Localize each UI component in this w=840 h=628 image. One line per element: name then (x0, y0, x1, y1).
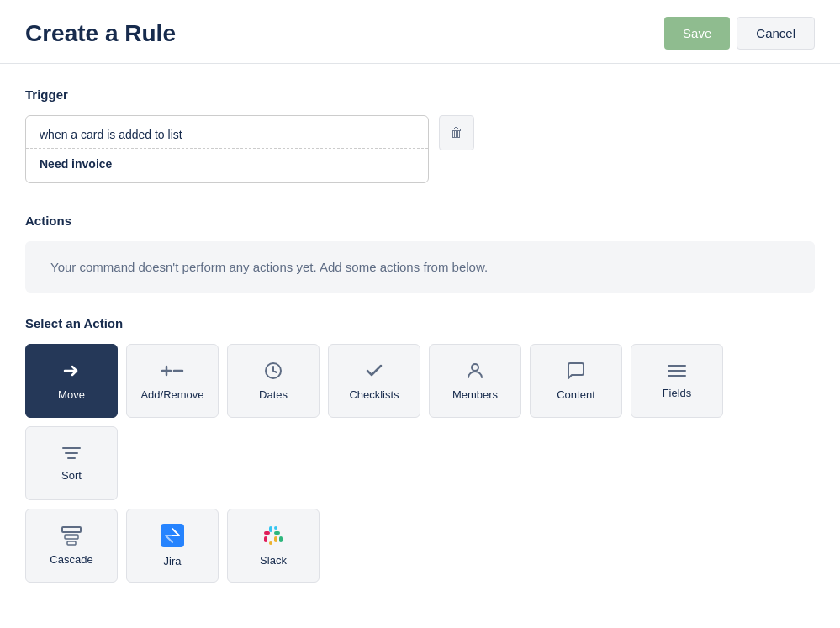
action-grid-row-2: Cascade (25, 509, 815, 583)
trigger-section: Trigger when a card is added to list Nee… (25, 87, 815, 190)
svg-rect-19 (274, 526, 277, 530)
page-title: Create a Rule (25, 20, 176, 47)
action-btn-add-remove[interactable]: Add/Remove (126, 344, 219, 418)
svg-rect-16 (264, 531, 270, 535)
jira-label: Jira (164, 555, 182, 567)
trigger-input-text[interactable]: when a card is added to list (26, 116, 428, 149)
select-action-label: Select an Action (25, 316, 815, 330)
svg-rect-18 (269, 526, 272, 532)
trigger-label: Trigger (25, 87, 815, 102)
move-label: Move (58, 388, 85, 401)
action-btn-cascade[interactable]: Cascade (25, 509, 118, 583)
fields-icon (667, 362, 687, 382)
save-button[interactable]: Save (664, 17, 730, 50)
dates-icon (263, 361, 283, 383)
page-header: Create a Rule Save Cancel (0, 0, 840, 64)
action-btn-content[interactable]: Content (530, 344, 622, 418)
content-area: Trigger when a card is added to list Nee… (0, 64, 840, 615)
actions-placeholder: Your command doesn't perform any actions… (25, 241, 815, 293)
slack-label: Slack (260, 554, 287, 567)
action-btn-checklists[interactable]: Checklists (328, 344, 420, 418)
checklists-icon (364, 361, 384, 383)
action-btn-members[interactable]: Members (429, 344, 521, 418)
cascade-label: Cascade (50, 553, 92, 566)
fields-label: Fields (663, 387, 692, 399)
trigger-row-outer: when a card is added to list Need invoic… (25, 115, 815, 190)
actions-section: Actions Your command doesn't perform any… (25, 214, 815, 293)
svg-rect-22 (269, 541, 272, 545)
content-icon (566, 361, 586, 383)
content-label: Content (557, 388, 595, 401)
action-btn-jira[interactable]: Jira (126, 509, 219, 583)
cancel-button[interactable]: Cancel (737, 17, 815, 50)
svg-rect-21 (279, 536, 283, 542)
action-btn-dates[interactable]: Dates (227, 344, 320, 418)
svg-rect-12 (62, 527, 81, 532)
trash-icon: 🗑 (450, 125, 463, 140)
trigger-list-value[interactable]: Need invoice (26, 149, 428, 182)
action-btn-slack[interactable]: Slack (227, 509, 320, 583)
action-btn-sort[interactable]: Sort (25, 426, 118, 500)
move-icon (61, 361, 82, 383)
action-grid-row-1: Move Add/Remove (25, 344, 815, 500)
sort-icon (61, 445, 82, 464)
jira-icon (161, 524, 184, 550)
svg-rect-20 (274, 531, 280, 535)
checklists-label: Checklists (349, 388, 399, 401)
delete-trigger-button[interactable]: 🗑 (439, 115, 474, 150)
header-buttons: Save Cancel (664, 17, 815, 50)
trigger-box: when a card is added to list Need invoic… (25, 115, 429, 183)
select-action-section: Select an Action Move (25, 316, 815, 583)
actions-label: Actions (25, 214, 815, 228)
sort-label: Sort (61, 469, 82, 482)
slack-icon (262, 525, 284, 549)
svg-rect-13 (65, 535, 78, 539)
dates-label: Dates (259, 388, 288, 401)
action-btn-move[interactable]: Move (25, 344, 118, 418)
svg-rect-23 (274, 536, 277, 542)
add-remove-label: Add/Remove (140, 388, 203, 401)
members-icon (465, 361, 485, 383)
cascade-icon (61, 525, 82, 548)
action-btn-fields[interactable]: Fields (631, 344, 723, 418)
members-label: Members (452, 388, 498, 401)
svg-point-5 (472, 364, 478, 371)
svg-rect-14 (67, 541, 76, 545)
add-remove-icon (161, 361, 184, 383)
svg-rect-17 (264, 536, 267, 542)
